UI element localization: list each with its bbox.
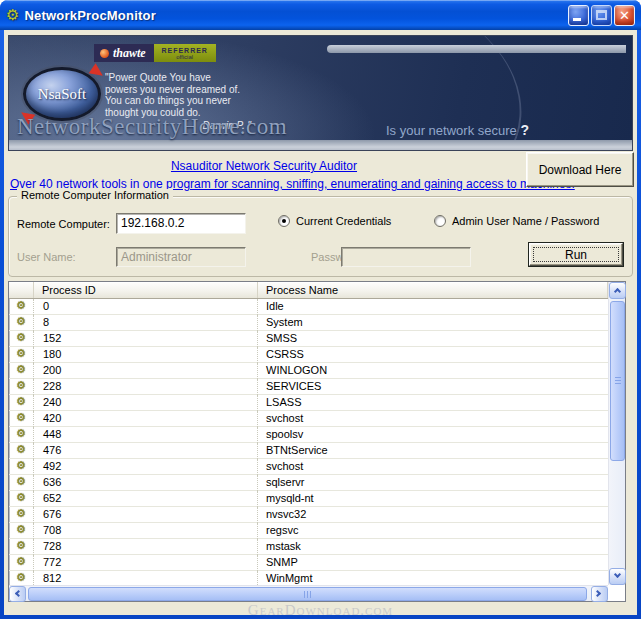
chevron-down-icon — [614, 571, 621, 578]
banner-top-bar — [327, 45, 626, 53]
table-row[interactable]: ⚙ 708 regsvc — [9, 523, 608, 539]
banner[interactable]: thawte REFERRER official "Power Quote Yo… — [8, 35, 633, 151]
process-id-cell: 420 — [34, 411, 258, 427]
site-name: NetworkSecurityHome.com — [17, 114, 287, 140]
process-gear-icon: ⚙ — [9, 507, 34, 523]
radio-selected-icon — [278, 215, 290, 227]
process-id-cell: 200 — [34, 363, 258, 379]
process-rows: ⚙ 0 Idle ⚙ 8 System ⚙ 152 SMSS ⚙ 180 CSR… — [9, 299, 608, 585]
download-here-button[interactable]: Download Here — [526, 152, 634, 187]
process-gear-icon: ⚙ — [9, 443, 34, 459]
table-row[interactable]: ⚙ 728 mstask — [9, 539, 608, 555]
process-id-cell: 812 — [34, 571, 258, 586]
process-id-cell: 636 — [34, 475, 258, 491]
thumb-grip-icon — [615, 377, 621, 386]
process-name-cell: nvsvc32 — [258, 507, 608, 523]
process-name-cell: regsvc — [258, 523, 608, 539]
minimize-icon — [573, 18, 581, 21]
header-process-name[interactable]: Process Name — [258, 282, 608, 298]
process-gear-icon: ⚙ — [9, 539, 34, 555]
process-id-cell: 8 — [34, 315, 258, 331]
thawte-official: official — [176, 54, 193, 60]
process-id-cell: 240 — [34, 395, 258, 411]
process-name-cell: CSRSS — [258, 347, 608, 363]
process-id-cell: 180 — [34, 347, 258, 363]
remote-computer-label: Remote Computer: — [17, 218, 110, 230]
table-row[interactable]: ⚙ 772 SNMP — [9, 555, 608, 571]
banner-tagline: Is your network secure ? — [386, 122, 529, 138]
table-row[interactable]: ⚙ 200 WINLOGON — [9, 363, 608, 379]
close-button[interactable]: ✕ — [614, 5, 635, 26]
process-list: Process ID Process Name ⚙ 0 Idle ⚙ 8 Sys… — [8, 281, 626, 602]
header-icon-column[interactable] — [9, 282, 34, 298]
scroll-down-button[interactable] — [609, 568, 626, 585]
window-title: NetworkProcMonitor — [24, 8, 568, 23]
process-gear-icon: ⚙ — [9, 347, 34, 363]
table-row[interactable]: ⚙ 448 spoolsv — [9, 427, 608, 443]
remote-computer-input[interactable]: 192.168.0.2 — [116, 213, 246, 234]
process-id-cell: 152 — [34, 331, 258, 347]
process-name-cell: LSASS — [258, 395, 608, 411]
process-gear-icon: ⚙ — [9, 427, 34, 443]
app-window: ⚙ NetworkProcMonitor ✕ thawte REFERRER o… — [0, 0, 641, 619]
table-row[interactable]: ⚙ 812 WinMgmt — [9, 571, 608, 585]
process-gear-icon: ⚙ — [9, 395, 34, 411]
table-row[interactable]: ⚙ 676 nvsvc32 — [9, 507, 608, 523]
maximize-button[interactable] — [591, 5, 612, 26]
process-gear-icon: ⚙ — [9, 379, 34, 395]
table-row[interactable]: ⚙ 636 sqlservr — [9, 475, 608, 491]
scroll-left-button[interactable] — [9, 586, 26, 602]
radio-admin-credentials[interactable]: Admin User Name / Password — [434, 215, 599, 227]
remote-computer-group: Remote Computer Information Remote Compu… — [8, 196, 633, 277]
process-gear-icon: ⚙ — [9, 571, 34, 586]
minimize-button[interactable] — [568, 5, 589, 26]
scroll-right-button[interactable] — [591, 586, 608, 602]
table-row[interactable]: ⚙ 240 LSASS — [9, 395, 608, 411]
thawte-referrer: REFERRER — [161, 47, 208, 54]
process-name-cell: sqlservr — [258, 475, 608, 491]
process-name-cell: mysqld-nt — [258, 491, 608, 507]
maximize-icon — [596, 10, 607, 20]
table-row[interactable]: ⚙ 476 BTNtService — [9, 443, 608, 459]
horizontal-scrollbar[interactable] — [9, 585, 608, 601]
process-name-cell: BTNtService — [258, 443, 608, 459]
table-row[interactable]: ⚙ 228 SERVICES — [9, 379, 608, 395]
table-row[interactable]: ⚙ 492 svchost — [9, 459, 608, 475]
thumb-grip-icon — [304, 591, 313, 598]
process-name-cell: mstask — [258, 539, 608, 555]
process-name-cell: SMSS — [258, 331, 608, 347]
process-gear-icon: ⚙ — [9, 555, 34, 571]
process-gear-icon: ⚙ — [9, 459, 34, 475]
table-row[interactable]: ⚙ 652 mysqld-nt — [9, 491, 608, 507]
horizontal-scroll-thumb[interactable] — [28, 587, 587, 601]
table-row[interactable]: ⚙ 180 CSRSS — [9, 347, 608, 363]
vertical-scrollbar[interactable] — [608, 282, 625, 585]
process-name-cell: WINLOGON — [258, 363, 608, 379]
table-row[interactable]: ⚙ 8 System — [9, 315, 608, 331]
thawte-brand: thawte — [113, 46, 146, 61]
run-button[interactable]: Run — [529, 243, 623, 266]
password-input — [341, 247, 471, 267]
title-bar[interactable]: ⚙ NetworkProcMonitor ✕ — [0, 0, 641, 30]
chevron-up-icon — [614, 288, 621, 295]
scroll-up-button[interactable] — [609, 282, 626, 299]
thawte-seal[interactable]: thawte REFERRER official — [94, 44, 216, 62]
watermark: GearDownload.com — [4, 602, 637, 619]
process-id-cell: 0 — [34, 299, 258, 315]
process-name-cell: Idle — [258, 299, 608, 315]
process-name-cell: WinMgmt — [258, 571, 608, 586]
auditor-link[interactable]: Nsauditor Network Security Auditor — [171, 159, 357, 173]
process-gear-icon: ⚙ — [9, 363, 34, 379]
table-row[interactable]: ⚙ 420 svchost — [9, 411, 608, 427]
process-gear-icon: ⚙ — [9, 475, 34, 491]
process-gear-icon: ⚙ — [9, 523, 34, 539]
process-name-cell: SNMP — [258, 555, 608, 571]
table-row[interactable]: ⚙ 152 SMSS — [9, 331, 608, 347]
chevron-right-icon — [594, 590, 601, 597]
radio-current-credentials[interactable]: Current Credentials — [278, 215, 391, 227]
vertical-scroll-thumb[interactable] — [610, 301, 625, 461]
user-name-label: User Name: — [17, 251, 76, 263]
table-row[interactable]: ⚙ 0 Idle — [9, 299, 608, 315]
header-process-id[interactable]: Process ID — [34, 282, 258, 298]
process-id-cell: 728 — [34, 539, 258, 555]
